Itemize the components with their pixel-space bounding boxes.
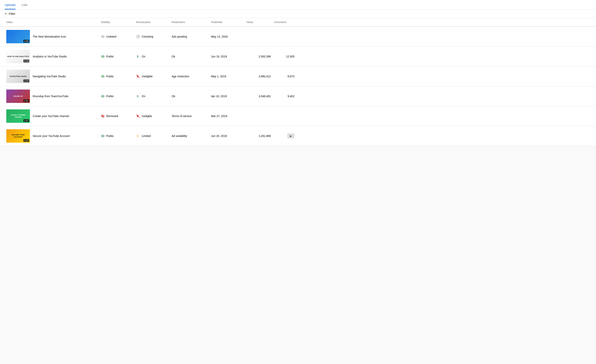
thumbnail: NAVIGATING Studio 2:43 xyxy=(6,70,30,83)
comments-cell xyxy=(272,115,296,117)
restrictions-cell: Age restriction xyxy=(170,74,209,79)
col-views: Views xyxy=(245,20,272,24)
video-cell: HOW TO USE ANALYTICS 5:44 Analytics in Y… xyxy=(5,49,99,64)
views-value: 3,980,412 xyxy=(259,75,271,78)
visibility-label: Public xyxy=(106,134,114,138)
monetization-label: Limited xyxy=(142,134,151,138)
views-cell: 1,261,866 xyxy=(245,134,272,138)
tab-live[interactable]: Live xyxy=(22,0,27,9)
visibility-icon xyxy=(101,114,105,118)
visibility-icon xyxy=(101,134,105,138)
comments-cell: 12,935 xyxy=(272,54,296,59)
svg-point-19 xyxy=(102,136,103,137)
monetization-label: Ineligible xyxy=(142,75,153,78)
col-restrictions: Restrictions xyxy=(170,20,209,24)
published-cell: May 13, 2020 xyxy=(209,34,245,39)
views-value: 3,046,481 xyxy=(259,95,271,98)
video-cell: SECURE YOUR ACCOUNT 2:20 Secure your You… xyxy=(5,128,99,143)
svg-text:$: $ xyxy=(137,134,139,138)
restrictions-label: Age restriction xyxy=(172,75,189,78)
visibility-icon xyxy=(101,94,105,98)
restrictions-label: Ads pending xyxy=(172,35,187,38)
restrictions-cell: Ads pending xyxy=(170,34,209,39)
published-date: Mar 27, 2019 xyxy=(211,114,227,118)
visibility-icon xyxy=(101,54,105,59)
visibility-cell: Public xyxy=(99,133,135,139)
comments-cell: 8,673 xyxy=(272,74,296,79)
visibility-cell: Public xyxy=(99,54,135,59)
visibility-cell: Public xyxy=(99,93,135,99)
comments-value: 12,935 xyxy=(286,55,294,58)
restrictions-cell: Ad suitability xyxy=(170,134,209,138)
monetization-cell: $ On xyxy=(135,93,170,99)
published-cell: Mar 27, 2019 xyxy=(209,114,245,119)
published-cell: May 1, 2019 xyxy=(209,74,245,79)
restrictions-cell: Ok xyxy=(170,94,209,99)
restrictions-label: Ad suitability xyxy=(172,134,187,138)
published-date: Jun 19, 2019 xyxy=(211,55,227,58)
video-title: Navigating YouTube Studio xyxy=(33,75,66,78)
next-button[interactable]: ▶ xyxy=(287,134,294,139)
video-cell: NAVIGATING Studio 2:43 Navigating YouTub… xyxy=(5,69,99,84)
published-cell: Jun 20, 2018 xyxy=(209,134,245,138)
filter-bar: ≡ Filter xyxy=(0,10,596,18)
comments-cell: 9,402 xyxy=(272,94,296,99)
comments-value: 8,673 xyxy=(288,75,294,78)
video-cell: 3:38 The New Monetization Icon xyxy=(5,29,99,44)
monetization-cell: Checking xyxy=(135,34,170,39)
video-cell: Create a YouTube Channel 1:07 Create you… xyxy=(5,109,99,124)
col-comments: Comments xyxy=(272,20,296,24)
video-duration: 2:52 xyxy=(23,99,29,102)
monetization-cell: $ On xyxy=(135,54,170,59)
table-row[interactable]: NAVIGATING Studio 2:43 Navigating YouTub… xyxy=(0,67,596,86)
video-title: Create your YouTube channel xyxy=(33,114,69,118)
monetization-icon: $ xyxy=(136,134,140,138)
table-row[interactable]: HOW TO USE ANALYTICS 5:44 Analytics in Y… xyxy=(0,47,596,67)
table-row[interactable]: 3:38 The New Monetization Icon Unlisted … xyxy=(0,27,596,47)
monetization-label: On xyxy=(142,55,145,58)
table-row[interactable]: Create a YouTube Channel 1:07 Create you… xyxy=(0,106,596,126)
monetization-label: Checking xyxy=(142,35,153,38)
svg-point-4 xyxy=(102,56,103,57)
comments-cell xyxy=(272,36,296,37)
comments-value: 9,402 xyxy=(288,95,294,98)
monetization-cell: $ Ineligible xyxy=(135,74,170,79)
views-cell xyxy=(245,115,272,117)
svg-point-1 xyxy=(102,36,103,37)
col-video: Video xyxy=(5,20,99,24)
tab-uploads[interactable]: Uploads xyxy=(5,0,15,9)
svg-text:$: $ xyxy=(137,94,139,98)
restrictions-cell: Terms of service xyxy=(170,114,209,119)
video-cell: ROUND UP 2:52 Roundup from TeamYouTube xyxy=(5,89,99,104)
views-cell: 2,092,586 xyxy=(245,54,272,59)
monetization-cell: $ Ineligble xyxy=(135,113,170,119)
video-duration: 3:38 xyxy=(23,40,29,43)
filter-icon: ≡ xyxy=(5,12,7,16)
monetization-icon: $ xyxy=(136,54,140,59)
published-date: May 1, 2019 xyxy=(211,75,226,78)
svg-point-11 xyxy=(102,96,103,97)
col-monetization: Monetization xyxy=(135,20,170,24)
svg-text:$: $ xyxy=(137,55,139,58)
video-title: The New Monetization Icon xyxy=(33,35,66,38)
visibility-label: Removed xyxy=(106,114,118,118)
views-cell: 3,980,412 xyxy=(245,74,272,79)
col-published: Published xyxy=(209,20,245,24)
visibility-label: Public xyxy=(106,95,114,98)
filter-label[interactable]: Filter xyxy=(9,12,15,15)
table-header: Video Visibility Monetization Restrictio… xyxy=(0,18,596,27)
published-date: May 13, 2020 xyxy=(211,35,228,38)
restrictions-label: Ok xyxy=(172,55,175,58)
table-row[interactable]: SECURE YOUR ACCOUNT 2:20 Secure your You… xyxy=(0,126,596,146)
top-tabs-container: Uploads Live xyxy=(0,0,596,10)
published-date: Apr 10, 2019 xyxy=(211,95,227,98)
visibility-icon xyxy=(101,74,105,78)
video-duration: 2:43 xyxy=(23,80,29,82)
thumbnail: ROUND UP 2:52 xyxy=(6,89,30,103)
table-row[interactable]: ROUND UP 2:52 Roundup from TeamYouTube P… xyxy=(0,86,596,106)
video-list: 3:38 The New Monetization Icon Unlisted … xyxy=(0,27,596,146)
visibility-cell: Public xyxy=(99,74,135,79)
monetization-icon: $ xyxy=(136,114,140,118)
col-visibility: Visibility xyxy=(99,20,135,24)
visibility-label: Public xyxy=(106,75,114,78)
